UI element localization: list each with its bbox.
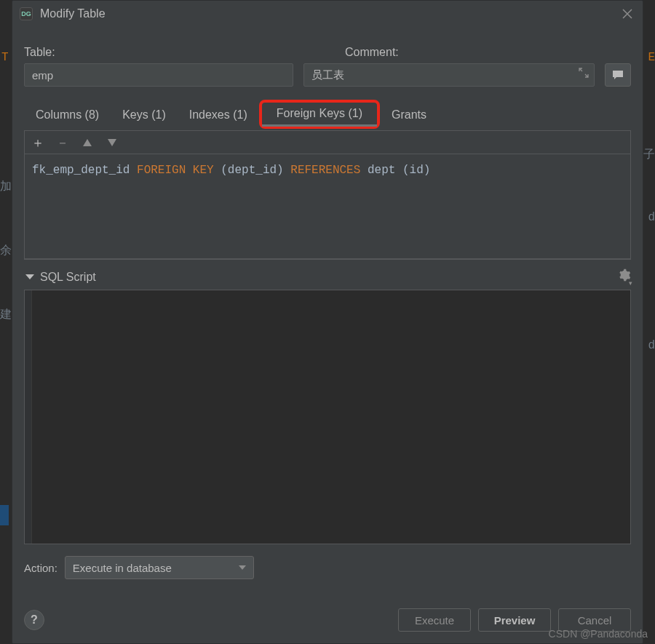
comment-dialog-button[interactable] (605, 63, 631, 87)
table-label: Table: (24, 46, 328, 59)
foreign-key-list[interactable]: fk_emp_dept_id FOREIGN KEY (dept_id) REF… (25, 154, 630, 259)
tab-keys[interactable]: Keys (1) (111, 103, 178, 129)
bg-text: 余 (0, 243, 12, 258)
chevron-down-icon[interactable] (25, 274, 34, 279)
sql-script-title: SQL Script (40, 271, 618, 284)
bg-text: T (1, 51, 9, 64)
bg-highlight-bar (0, 505, 9, 525)
fk-ref-columns: (id) (402, 164, 430, 177)
tabs: Columns (8) Keys (1) Indexes (1) Foreign… (24, 100, 631, 129)
tab-columns[interactable]: Columns (8) (24, 103, 111, 129)
move-up-icon[interactable] (79, 134, 96, 151)
fk-columns: (dept_id) (221, 164, 283, 177)
action-label: Action: (24, 562, 57, 574)
help-button[interactable]: ? (24, 610, 44, 630)
comment-input[interactable] (303, 63, 595, 87)
watermark: CSDN @Pandaconda (549, 628, 648, 640)
tab-indexes[interactable]: Indexes (1) (178, 103, 259, 129)
tab-foreign-keys[interactable]: Foreign Keys (1) (262, 103, 377, 126)
bg-text: E (648, 51, 655, 64)
comment-label: Comment: (345, 46, 631, 59)
move-down-icon[interactable] (103, 134, 121, 151)
gear-icon[interactable] (618, 269, 631, 285)
list-toolbar: ＋ － (25, 131, 630, 154)
preview-button[interactable]: Preview (478, 608, 551, 632)
execute-button[interactable]: Execute (398, 608, 471, 632)
fk-name: fk_emp_dept_id (32, 164, 130, 177)
sql-editor[interactable] (24, 290, 631, 544)
modify-table-dialog: DG Modify Table Table: Comment: (12, 0, 643, 644)
bg-text: d (648, 211, 655, 224)
table-name-input[interactable] (24, 63, 293, 87)
remove-icon[interactable]: － (54, 134, 71, 151)
add-icon[interactable]: ＋ (29, 134, 47, 151)
close-icon[interactable] (619, 6, 635, 22)
editor-gutter (25, 290, 32, 544)
fk-references-keyword: REFERENCES (290, 164, 360, 177)
dialog-title: Modify Table (40, 7, 619, 20)
highlight-box: Foreign Keys (1) (259, 100, 380, 129)
action-selected-value: Execute in database (73, 562, 172, 574)
title-bar: DG Modify Table (12, 1, 643, 27)
fk-ref-table: dept (368, 164, 395, 177)
app-icon: DG (20, 7, 33, 20)
bg-text: 建 (0, 307, 12, 322)
fk-keyword: FOREIGN KEY (137, 164, 214, 177)
tab-grants[interactable]: Grants (380, 103, 438, 129)
chevron-down-icon (239, 565, 246, 570)
expand-icon[interactable] (579, 68, 589, 80)
bg-text: 子 (643, 147, 655, 162)
action-select[interactable]: Execute in database (65, 556, 254, 579)
bg-text: d (648, 339, 655, 352)
bg-text: 加 (0, 179, 12, 194)
